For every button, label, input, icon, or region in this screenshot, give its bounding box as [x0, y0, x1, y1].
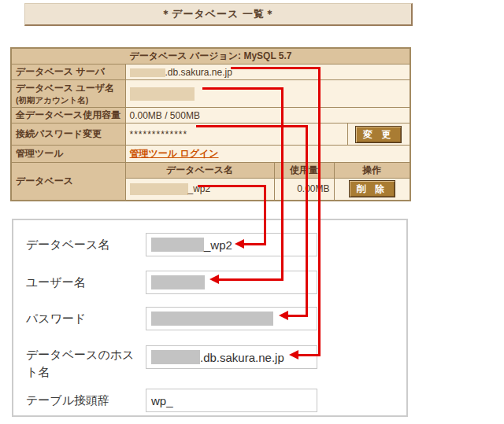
server-host-suffix: .db.sakura.ne.jp — [165, 67, 232, 78]
admin-link-cell: 管理ツール ログイン — [125, 146, 410, 163]
page-title-banner: ＊データベース 一覧＊ — [24, 3, 413, 26]
prefix-field-label: テーブル接頭辞 — [26, 392, 146, 409]
connector-user-end — [219, 278, 284, 281]
host-input-suffix: .db.sakura.ne.jp — [200, 351, 284, 364]
change-button-cell: 変 更 — [347, 124, 410, 146]
page-title: ＊データベース 一覧＊ — [161, 7, 276, 21]
connector-user-vertical — [281, 87, 284, 281]
connector-dbname-horizontal — [198, 185, 266, 187]
arrow-to-host-input-icon — [289, 350, 298, 359]
form-row-password: パスワード — [13, 307, 406, 330]
usage-label: 全データベース使用容量 — [11, 108, 125, 124]
table-row: データベース データベース名 使用量 操作 — [11, 163, 410, 179]
table-prefix-input[interactable]: wp_ — [146, 389, 317, 412]
connector-dbname-vertical — [264, 185, 266, 245]
table-row: データベース ユーザ名 (初期アカウント名) — [11, 80, 410, 108]
password-label: 接続パスワード変更 — [11, 124, 125, 146]
db-name-cell: _wp2 — [125, 179, 274, 201]
arrow-to-user-input-icon — [209, 275, 219, 284]
prefix-input-value: wp_ — [151, 394, 173, 407]
redacted-user-name — [130, 87, 195, 101]
admin-tool-label: 管理ツール — [11, 146, 125, 163]
db-version-header: データベース バージョン: MySQL 5.7 — [11, 48, 410, 65]
db-name-input[interactable]: _wp2 — [146, 233, 317, 256]
arrow-to-dbname-input-icon — [235, 239, 244, 249]
db-name-field-label: データベース名 — [26, 236, 146, 253]
connector-password-end — [288, 315, 308, 317]
redacted-password-value — [151, 312, 273, 326]
server-label: データベース サーバ — [11, 65, 125, 80]
connector-server-end — [298, 354, 321, 356]
redacted-db-name-prefix — [151, 238, 204, 252]
user-label-note: (初期アカウント名) — [16, 95, 121, 106]
db-name-input-suffix: _wp2 — [204, 238, 232, 252]
user-label-cell: データベース ユーザ名 (初期アカウント名) — [11, 80, 125, 108]
connector-server-horizontal — [231, 67, 321, 69]
database-label: データベース — [11, 163, 125, 201]
user-field-label: ユーザー名 — [26, 274, 146, 291]
user-name-input[interactable] — [146, 271, 317, 294]
redacted-user-value — [151, 275, 205, 289]
password-field-label: パスワード — [26, 310, 146, 327]
user-label: データベース ユーザ名 — [16, 82, 121, 95]
host-field-label: データベースのホスト名 — [26, 346, 146, 381]
change-button[interactable]: 変 更 — [355, 126, 402, 143]
form-row-host: データベースのホスト名 .db.sakura.ne.jp — [13, 345, 406, 369]
form-row-db-name: データベース名 _wp2 — [13, 233, 406, 256]
arrow-to-password-input-icon — [279, 311, 288, 320]
redacted-db-name — [130, 183, 188, 195]
connector-dbname-end — [244, 243, 266, 245]
table-row: データベース サーバ .db.sakura.ne.jp — [11, 65, 410, 80]
redacted-server-name — [130, 68, 165, 77]
delete-button[interactable]: 削 除 — [349, 180, 395, 197]
connector-password-horizontal — [196, 125, 308, 127]
db-name-column-header: データベース名 — [125, 163, 274, 179]
redacted-host-prefix — [151, 350, 200, 364]
delete-button-cell: 削 除 — [334, 179, 410, 201]
connector-password-vertical — [306, 125, 308, 317]
table-row: 管理ツール 管理ツール ログイン — [11, 146, 410, 163]
db-action-column-header: 操作 — [334, 163, 410, 179]
wordpress-db-form: データベース名 _wp2 ユーザー名 パスワード データベースのホスト名 .db… — [12, 219, 408, 417]
form-row-prefix: テーブル接頭辞 wp_ — [13, 389, 406, 412]
admin-tool-login-link[interactable]: 管理ツール ログイン — [130, 148, 219, 159]
connector-server-vertical — [318, 67, 321, 356]
database-info-table: データベース バージョン: MySQL 5.7 データベース サーバ .db.s… — [10, 47, 411, 201]
usage-value: 0.00MB / 500MB — [125, 108, 410, 124]
table-row: 全データベース使用容量 0.00MB / 500MB — [11, 108, 410, 124]
connector-user-horizontal — [202, 87, 284, 90]
user-value-cell — [125, 80, 410, 108]
password-input[interactable] — [146, 307, 317, 330]
